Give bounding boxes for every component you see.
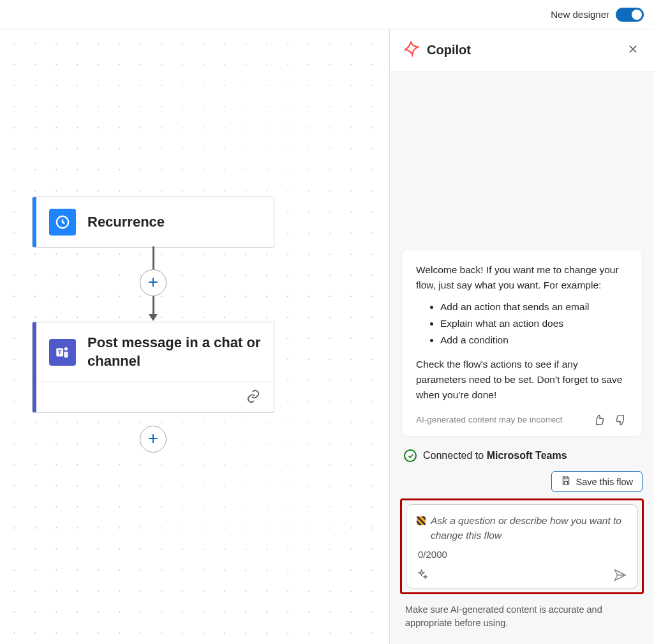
suggestion-item: Add an action that sends an email [440, 299, 628, 315]
node-title: Post message in a chat or channel [87, 334, 261, 370]
clock-icon [49, 209, 76, 236]
flow-canvas[interactable]: Recurrence + T [0, 29, 389, 644]
new-designer-toggle-group: New designer [551, 8, 644, 22]
svg-point-3 [64, 347, 68, 350]
copilot-footer-note: Make sure AI-generated content is accura… [401, 594, 643, 644]
suggestion-item: Explain what an action does [440, 316, 628, 331]
checkmark-icon [404, 449, 417, 462]
node-title: Recurrence [87, 213, 165, 232]
svg-text:T: T [58, 348, 62, 356]
copilot-input[interactable]: Ask a question or describe how you want … [406, 504, 638, 588]
connection-status: Connected to Microsoft Teams [401, 437, 643, 468]
node-accent [33, 322, 36, 412]
node-accent [33, 197, 36, 247]
message-intro: Welcome back! If you want me to change y… [416, 262, 628, 293]
topbar: New designer [0, 0, 654, 29]
plus-icon: + [148, 273, 158, 291]
copilot-panel: Copilot Welcome back! If you want me to … [389, 29, 654, 644]
plus-icon: + [148, 430, 158, 447]
new-designer-toggle[interactable] [616, 8, 644, 22]
copilot-message: Welcome back! If you want me to change y… [401, 249, 643, 437]
connector: + [32, 246, 274, 323]
copilot-header: Copilot [390, 29, 654, 71]
save-button-label: Save this flow [576, 477, 633, 487]
char-counter: 0/2000 [417, 549, 627, 560]
ai-disclaimer: AI-generated content may be incorrect [416, 414, 584, 427]
thumbs-up-icon[interactable] [592, 413, 606, 427]
construction-icon [417, 516, 426, 525]
copilot-logo-icon [403, 41, 419, 60]
send-icon[interactable] [613, 567, 627, 581]
copilot-body: Welcome back! If you want me to change y… [390, 71, 654, 644]
suggestion-item: Add a condition [440, 333, 628, 348]
new-designer-label: New designer [551, 9, 609, 20]
suggestion-list: Add an action that sends an email Explai… [416, 299, 628, 348]
status-target: Microsoft Teams [487, 450, 567, 461]
arrow-down-icon [149, 314, 158, 321]
thumbs-down-icon[interactable] [614, 413, 628, 427]
sparkle-icon[interactable] [417, 569, 428, 580]
add-step-button[interactable]: + [140, 269, 167, 296]
save-flow-button[interactable]: Save this flow [551, 471, 643, 492]
copilot-input-highlight: Ask a question or describe how you want … [400, 498, 644, 594]
flow-graph: Recurrence + T [32, 197, 274, 453]
close-icon[interactable] [625, 41, 641, 60]
flow-node-recurrence[interactable]: Recurrence [32, 197, 274, 248]
message-outro: Check the flow's actions to see if any p… [416, 357, 628, 403]
flow-node-post-message[interactable]: T Post message in a chat or channel [32, 322, 274, 413]
teams-icon: T [49, 339, 76, 366]
add-step-button[interactable]: + [140, 426, 167, 453]
status-prefix: Connected to [423, 450, 487, 461]
connector-end: + [32, 426, 274, 453]
node-footer [33, 382, 274, 412]
copilot-title: Copilot [427, 43, 617, 57]
link-icon[interactable] [246, 389, 261, 407]
save-icon [561, 476, 571, 488]
input-placeholder: Ask a question or describe how you want … [431, 514, 627, 543]
